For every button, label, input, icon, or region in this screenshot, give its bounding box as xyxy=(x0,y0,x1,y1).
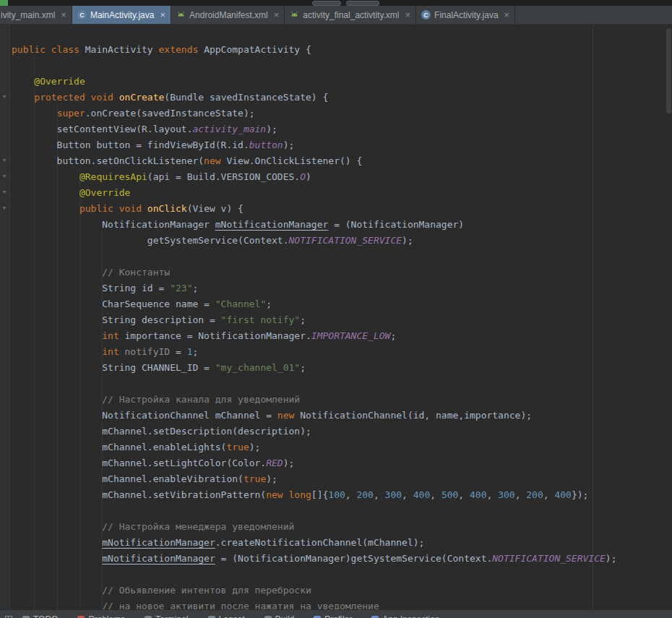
statusbar-item-build[interactable]: Build xyxy=(264,614,295,618)
fold-marker-icon[interactable] xyxy=(2,175,7,178)
code-line[interactable]: @Override xyxy=(12,74,672,90)
tab-label: AndroidManifest.xml xyxy=(189,10,268,20)
tab-finalactivity-java[interactable]: CFinalActivity.java× xyxy=(416,6,515,24)
statusbar-item-terminal[interactable]: Terminal xyxy=(145,614,188,618)
code-line[interactable]: NotificationChannel mChannel = new Notif… xyxy=(12,408,672,424)
code-line[interactable]: button.setOnClickListener(new View.OnCli… xyxy=(12,153,672,169)
android-xml-icon xyxy=(290,10,299,20)
code-line[interactable]: String CHANNEL_ID = "my_channel_01"; xyxy=(12,360,672,376)
tab-activity-final-activtity-xml[interactable]: activity_final_activtity.xml× xyxy=(285,6,416,24)
code-line[interactable]: public void onClick(View v) { xyxy=(12,201,672,217)
statusbar-item-label: App Inspection xyxy=(382,614,439,618)
code-line[interactable]: NotificationManager mNotificationManager… xyxy=(12,217,672,233)
tab-ivity-main-xml[interactable]: ivity_main.xml× xyxy=(0,6,72,24)
main-toolbar-strip xyxy=(0,0,672,6)
code-line[interactable]: mChannel.setDescription(description); xyxy=(12,424,672,439)
code-line[interactable] xyxy=(12,58,672,74)
fold-marker-icon[interactable] xyxy=(2,191,7,194)
class-file-icon: C xyxy=(421,10,431,20)
fold-marker-icon[interactable] xyxy=(2,159,7,162)
code-line[interactable]: // Константы xyxy=(12,265,672,280)
statusbar-item-label: Profiler xyxy=(324,614,352,618)
tab-label: ivity_main.xml xyxy=(1,10,55,20)
editor-gutter xyxy=(0,25,10,609)
code-line[interactable]: public class MainActivity extends AppCom… xyxy=(12,42,672,58)
code-line[interactable]: setContentView(R.layout.activity_main); xyxy=(12,121,672,137)
profiler-icon xyxy=(314,616,321,618)
status-bar: TODOProblemsTerminalLogcatBuildProfilerA… xyxy=(0,609,672,618)
code-area[interactable]: public class MainActivity extends AppCom… xyxy=(12,42,672,609)
code-line[interactable]: mNotificationManager = (NotificationMana… xyxy=(12,551,672,567)
editor-scrollbar[interactable] xyxy=(666,28,671,113)
statusbar-item-label: Terminal xyxy=(155,614,188,618)
code-line[interactable]: getSystemService(Context.NOTIFICATION_SE… xyxy=(12,233,672,249)
code-line[interactable]: protected void onCreate(Bundle savedInst… xyxy=(12,90,672,106)
app-inspection-icon xyxy=(371,616,379,618)
tab-label: MainActivity.java xyxy=(90,10,154,20)
close-tab-icon[interactable]: × xyxy=(504,10,510,20)
tab-label: FinalActivity.java xyxy=(434,10,498,20)
problems-icon xyxy=(77,616,85,618)
statusbar-item-problems[interactable]: Problems xyxy=(77,614,125,618)
code-line[interactable]: // Обьявление интентов для переброски xyxy=(12,583,672,598)
android-xml-icon xyxy=(176,10,186,20)
code-line[interactable]: mChannel.enableLights(true); xyxy=(12,439,672,455)
code-line[interactable]: // Настройка менеджера уведомлений xyxy=(12,519,672,535)
project-tool-icon[interactable] xyxy=(0,0,8,6)
tab-mainactivity-java[interactable]: CMainActivity.java× xyxy=(72,6,171,24)
code-line[interactable]: // Настройка канала для уведомлений xyxy=(12,392,672,408)
code-line[interactable]: super.onCreate(savedInstanceState); xyxy=(12,106,672,121)
code-line[interactable] xyxy=(12,376,672,392)
todo-icon xyxy=(22,616,30,618)
code-line[interactable]: @Override xyxy=(12,185,672,201)
statusbar-item-logcat[interactable]: Logcat xyxy=(208,614,245,618)
tab-label: activity_final_activtity.xml xyxy=(303,10,399,20)
statusbar-item-profiler[interactable]: Profiler xyxy=(314,614,352,618)
tool-window-toggle-icon[interactable] xyxy=(5,616,12,618)
code-line[interactable]: CharSequence name = "Channel"; xyxy=(12,296,672,312)
code-line[interactable]: // на новое активити после нажатия на ув… xyxy=(12,598,672,609)
code-line[interactable]: @RequiresApi(api = Build.VERSION_CODES.O… xyxy=(12,169,672,185)
code-line[interactable]: int importance = NotificationManager.IMP… xyxy=(12,328,672,344)
logcat-icon xyxy=(208,616,215,618)
close-tab-icon[interactable]: × xyxy=(274,10,280,20)
statusbar-item-todo[interactable]: TODO xyxy=(22,614,58,618)
code-line[interactable]: Button button = findViewById(R.id.button… xyxy=(12,137,672,153)
device-selector[interactable] xyxy=(346,1,379,6)
terminal-icon xyxy=(145,616,152,618)
code-line[interactable]: int notifyID = 1; xyxy=(12,344,672,360)
statusbar-item-label: Build xyxy=(275,614,295,618)
status-bar-items: TODOProblemsTerminalLogcatBuildProfilerA… xyxy=(22,614,460,618)
tab-androidmanifest-xml[interactable]: AndroidManifest.xml× xyxy=(171,6,285,24)
close-tab-icon[interactable]: × xyxy=(61,10,66,20)
statusbar-item-label: Problems xyxy=(88,614,125,618)
code-line[interactable]: String id = "23"; xyxy=(12,280,672,296)
close-tab-icon[interactable]: × xyxy=(160,10,165,20)
build-icon xyxy=(264,616,272,618)
code-line[interactable]: mChannel.enableVibration(true); xyxy=(12,471,672,487)
editor-tabs: ivity_main.xml×CMainActivity.java×Androi… xyxy=(0,6,672,25)
code-line[interactable] xyxy=(12,567,672,583)
code-line[interactable]: mChannel.setLightColor(Color.RED); xyxy=(12,455,672,471)
statusbar-item-label: Logcat xyxy=(219,614,245,618)
statusbar-item-label: TODO xyxy=(33,614,58,618)
class-file-icon: C xyxy=(77,10,87,20)
close-tab-icon[interactable]: × xyxy=(405,10,411,20)
statusbar-item-app-inspection[interactable]: App Inspection xyxy=(371,614,439,618)
code-line[interactable]: mChannel.setVibrationPattern(new long[]{… xyxy=(12,487,672,503)
code-line[interactable] xyxy=(12,249,672,265)
code-line[interactable]: String description = "first notify"; xyxy=(12,312,672,328)
code-line[interactable] xyxy=(12,503,672,519)
run-config-selector[interactable] xyxy=(312,1,341,6)
code-line[interactable]: mNotificationManager.createNotificationC… xyxy=(12,535,672,551)
fold-marker-icon[interactable] xyxy=(2,207,7,210)
fold-marker-icon[interactable] xyxy=(2,95,7,98)
code-editor[interactable]: public class MainActivity extends AppCom… xyxy=(0,25,672,609)
